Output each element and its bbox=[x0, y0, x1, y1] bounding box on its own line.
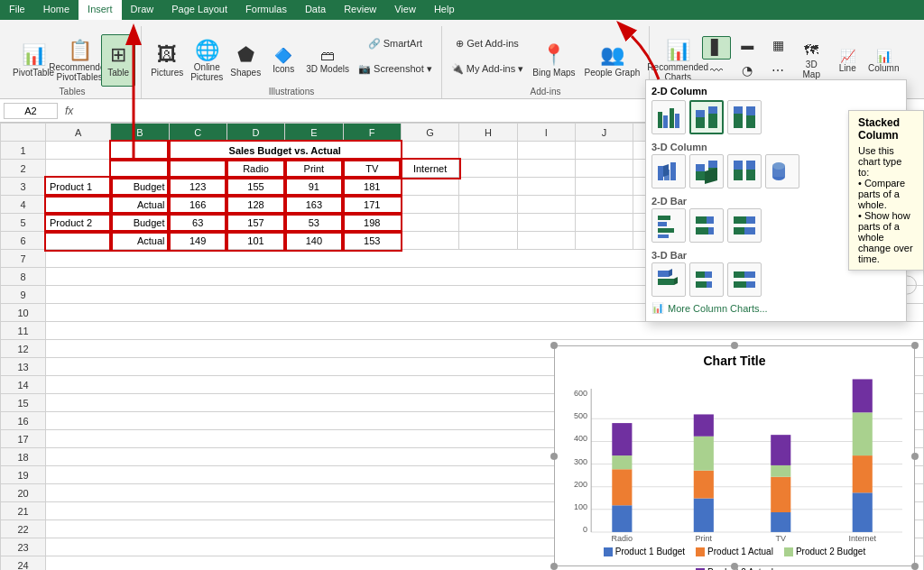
cell-h1[interactable] bbox=[459, 142, 517, 160]
col-header-j[interactable]: J bbox=[575, 124, 633, 142]
resize-handle-right[interactable] bbox=[911, 453, 919, 460]
cell-d5[interactable]: 157 bbox=[226, 214, 284, 232]
bar-clustered-btn[interactable] bbox=[651, 208, 686, 243]
table-button[interactable]: ⊞ Table bbox=[101, 34, 135, 87]
cell-g5[interactable] bbox=[401, 214, 458, 232]
tab-insert[interactable]: Insert bbox=[79, 0, 122, 20]
online-pictures-button[interactable]: 🌐 Online Pictures bbox=[189, 34, 225, 87]
recommended-pivottables-button[interactable]: 📋 Recommended PivotTables bbox=[60, 34, 99, 87]
tab-review[interactable]: Review bbox=[335, 0, 385, 20]
cell-a4[interactable] bbox=[46, 196, 111, 214]
tab-view[interactable]: View bbox=[385, 0, 425, 20]
cell-e4[interactable]: 163 bbox=[285, 196, 343, 214]
cell-d4[interactable]: 128 bbox=[226, 196, 284, 214]
cell-a3[interactable]: Product 1 bbox=[46, 178, 111, 196]
cell-f5[interactable]: 198 bbox=[343, 214, 401, 232]
cell-b6[interactable]: Actual bbox=[111, 232, 169, 250]
col-header-a[interactable]: A bbox=[46, 124, 111, 142]
cell-reference-box[interactable] bbox=[4, 103, 58, 119]
cell-f3[interactable]: 181 bbox=[343, 178, 401, 196]
col-header-b[interactable]: B bbox=[111, 124, 169, 142]
cell-b3[interactable]: Budget bbox=[111, 178, 169, 196]
cell-g4[interactable] bbox=[401, 196, 458, 214]
tab-help[interactable]: Help bbox=[425, 0, 464, 20]
bing-maps-button[interactable]: 📍 Bing Maps bbox=[529, 34, 578, 87]
cell-c2[interactable] bbox=[169, 160, 226, 178]
cell-g1[interactable] bbox=[401, 142, 458, 160]
my-addins-button[interactable]: 🔌 My Add-ins ▾ bbox=[448, 61, 528, 85]
tab-home[interactable]: Home bbox=[34, 0, 79, 20]
cell-b4[interactable]: Actual bbox=[111, 196, 169, 214]
cell-e5[interactable]: 53 bbox=[285, 214, 343, 232]
screenshot-button[interactable]: 📷 Screenshot ▾ bbox=[355, 61, 436, 85]
cell-e6[interactable]: 140 bbox=[285, 232, 343, 250]
cell-h5[interactable] bbox=[459, 214, 517, 232]
cell-g6[interactable] bbox=[401, 232, 458, 250]
tab-page-layout[interactable]: Page Layout bbox=[162, 0, 236, 20]
3d-models-button[interactable]: 🗃 3D Models bbox=[302, 34, 353, 87]
cell-a2[interactable] bbox=[46, 160, 111, 178]
cell-i6[interactable] bbox=[517, 232, 575, 250]
cell-h3[interactable] bbox=[459, 178, 517, 196]
cell-j1[interactable] bbox=[575, 142, 633, 160]
hierarchy-chart-button[interactable]: ▦ bbox=[763, 36, 792, 60]
more-charts-link[interactable]: 📊 More Column Charts... bbox=[651, 300, 901, 316]
cell-j3[interactable] bbox=[575, 178, 633, 196]
cell-d6[interactable]: 101 bbox=[226, 232, 284, 250]
column-chart-button[interactable]: ▋ bbox=[702, 36, 731, 60]
3d-stacked-btn[interactable] bbox=[689, 154, 724, 188]
bar-chart-button[interactable]: ▬ bbox=[733, 36, 762, 60]
resize-handle-tl[interactable] bbox=[550, 342, 558, 349]
stacked-column-btn[interactable] bbox=[689, 100, 724, 134]
cell-h4[interactable] bbox=[459, 196, 517, 214]
resize-handle-left[interactable] bbox=[550, 453, 558, 460]
cell-g2[interactable]: Internet bbox=[401, 160, 458, 178]
bar-100pct-btn[interactable] bbox=[727, 208, 762, 243]
cell-b2[interactable] bbox=[111, 160, 169, 178]
col-header-d[interactable]: D bbox=[226, 124, 284, 142]
resize-handle-bl[interactable] bbox=[550, 563, 558, 570]
tab-file[interactable]: File bbox=[0, 0, 34, 20]
resize-handle-br[interactable] bbox=[911, 563, 919, 570]
col-header-h[interactable]: H bbox=[459, 124, 517, 142]
icons-button[interactable]: 🔷 Icons bbox=[266, 34, 300, 87]
cell-i4[interactable] bbox=[517, 196, 575, 214]
cell-c1[interactable]: Sales Budget vs. Actual bbox=[169, 142, 401, 160]
clustered-column-btn[interactable] bbox=[651, 100, 686, 134]
bar-stacked-btn[interactable] bbox=[689, 208, 724, 243]
cell-d3[interactable]: 155 bbox=[226, 178, 284, 196]
cell-c3[interactable]: 123 bbox=[169, 178, 226, 196]
3d-100pct-btn[interactable] bbox=[727, 154, 762, 188]
resize-handle-tr[interactable] bbox=[911, 342, 919, 349]
3d-full-btn[interactable] bbox=[765, 154, 799, 188]
cell-h6[interactable] bbox=[459, 232, 517, 250]
resize-handle-bottom[interactable] bbox=[731, 563, 738, 570]
cell-e2[interactable]: Print bbox=[285, 160, 343, 178]
get-addins-button[interactable]: ⊕ Get Add-ins bbox=[448, 36, 528, 60]
cell-f2[interactable]: TV bbox=[343, 160, 401, 178]
shapes-button[interactable]: ⬟ Shapes bbox=[226, 34, 264, 87]
col-header-g[interactable]: G bbox=[401, 124, 458, 142]
3dbar-100pct-btn[interactable] bbox=[727, 262, 762, 297]
resize-handle-top[interactable] bbox=[731, 342, 738, 349]
col-header-f[interactable]: F bbox=[343, 124, 401, 142]
cell-a5[interactable]: Product 2 bbox=[46, 214, 111, 232]
cell-b5[interactable]: Budget bbox=[111, 214, 169, 232]
cell-g3[interactable] bbox=[401, 178, 458, 196]
cell-j2[interactable] bbox=[575, 160, 633, 178]
cell-f4[interactable]: 171 bbox=[343, 196, 401, 214]
cell-i3[interactable] bbox=[517, 178, 575, 196]
cell-i5[interactable] bbox=[517, 214, 575, 232]
cell-h2[interactable] bbox=[459, 160, 517, 178]
cell-c4[interactable]: 166 bbox=[169, 196, 226, 214]
cell-j4[interactable] bbox=[575, 196, 633, 214]
tab-formulas[interactable]: Formulas bbox=[236, 0, 296, 20]
people-graph-button[interactable]: 👥 People Graph bbox=[581, 34, 644, 87]
cell-d2[interactable]: Radio bbox=[226, 160, 284, 178]
cell-a1[interactable] bbox=[46, 142, 111, 160]
cell-f6[interactable]: 153 bbox=[343, 232, 401, 250]
pictures-button[interactable]: 🖼 Pictures bbox=[147, 34, 187, 87]
cell-c6[interactable]: 149 bbox=[169, 232, 226, 250]
tab-draw[interactable]: Draw bbox=[122, 0, 163, 20]
cell-i1[interactable] bbox=[517, 142, 575, 160]
